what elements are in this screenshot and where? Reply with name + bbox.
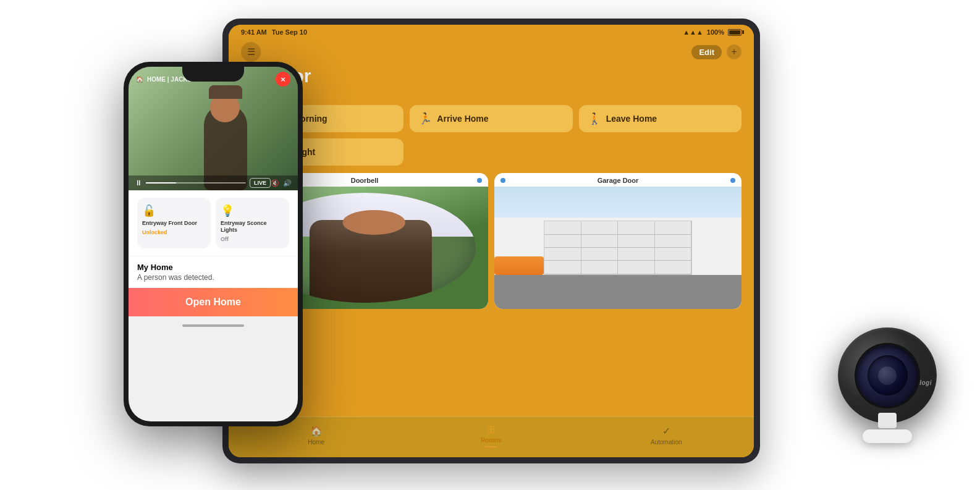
scene-leave-home[interactable]: 🚶 Leave Home [579, 105, 741, 132]
tablet-statusbar: 9:41 AM Tue Sep 10 ▲▲▲ 100% [229, 25, 754, 40]
audio-controls: 🔇 🔊 [271, 179, 292, 187]
add-button[interactable]: + [727, 44, 741, 59]
automation-tab-label: Automation [651, 439, 682, 446]
menu-button[interactable]: ☰ [241, 42, 261, 62]
video-progress-bar[interactable] [146, 182, 246, 184]
action-cards-row: 🔓 Entryway Front Door Unlocked 💡 Entrywa… [129, 190, 298, 256]
garage-cell [655, 235, 692, 247]
hamburger-icon: ☰ [247, 46, 255, 57]
battery-fill [729, 30, 740, 35]
garage-cell [581, 235, 619, 247]
cameras-row: Doorbell [229, 173, 754, 309]
garage-cell [618, 221, 655, 234]
home-bar [182, 324, 244, 327]
phone-frame: 🏠 HOME | JACKSON ST × ⏸ LIVE 🔇 [124, 62, 303, 426]
garage-background [494, 187, 741, 309]
garage-sky [494, 187, 741, 218]
home-icon-phone: 🏠 [136, 76, 143, 83]
tablet-spacer [229, 309, 754, 416]
tablet-screen: 9:41 AM Tue Sep 10 ▲▲▲ 100% ☰ Edit [229, 25, 754, 457]
front-door-label: Entryway Front Door [142, 220, 206, 227]
garage-cell [655, 261, 692, 273]
garage-panel-1 [544, 221, 691, 234]
home-tab-icon: 🏠 [310, 425, 323, 437]
close-button[interactable]: × [276, 72, 290, 87]
battery-icon [728, 29, 741, 36]
garage-cell [581, 248, 619, 260]
battery-percent: 100% [707, 28, 724, 36]
tablet-frame: 9:41 AM Tue Sep 10 ▲▲▲ 100% ☰ Edit [222, 19, 760, 463]
automation-tab-icon: ✓ [662, 425, 670, 437]
statusbar-right: ▲▲▲ 100% [683, 28, 741, 36]
camera-neck [878, 413, 897, 428]
garage-flowers [494, 256, 544, 275]
garage-cell [581, 221, 619, 234]
live-badge: LIVE [250, 178, 271, 188]
garage-cell [655, 221, 692, 234]
mute-icon[interactable]: 🔇 [271, 179, 279, 187]
rooms-tab-icon: ⊞ [487, 423, 495, 435]
garage-panel-4 [544, 261, 691, 274]
camera-base [863, 413, 912, 441]
leave-home-icon: 🚶 [588, 112, 601, 125]
active-tab-indicator [485, 446, 497, 447]
home-indicator [129, 316, 298, 335]
time-display: 9:41 AM [241, 28, 267, 36]
tab-rooms[interactable]: ⊞ Rooms [403, 423, 578, 447]
camera-lens-inner [868, 355, 908, 395]
scene-arrive-home[interactable]: 🏃 Arrive Home [410, 105, 572, 132]
notification-title: My Home [137, 263, 289, 272]
arrive-home-icon: 🏃 [418, 112, 432, 125]
camera-lens-outer [856, 345, 918, 407]
garage-cell [544, 261, 581, 273]
garage-cell [618, 248, 655, 260]
lock-icon: 🔓 [142, 204, 206, 218]
doorbell-camera-name: Doorbell [351, 177, 379, 184]
lights-label: Entryway Sconce Lights [221, 220, 284, 234]
header-actions: Edit + [691, 44, 741, 59]
scenes-grid-row1: 🌅 Good Morning 🏃 Arrive Home 🚶 Leave Hom… [241, 105, 741, 132]
garage-camera-image[interactable] [494, 187, 741, 309]
doorbell-indicator-right [477, 178, 482, 183]
edit-button[interactable]: Edit [691, 45, 722, 59]
video-controls-bar: ⏸ LIVE 🔇 🔊 [129, 175, 298, 190]
garage-cell [544, 235, 581, 247]
notification-body: A person was detected. [137, 273, 289, 282]
garage-ground [494, 275, 741, 309]
tablet-header: ☰ Edit + [229, 40, 754, 65]
logi-brand-text: logi [919, 379, 932, 386]
garage-cell [618, 261, 655, 273]
bottom-tab-bar: 🏠 Home ⊞ Rooms ✓ Automation [229, 416, 754, 457]
scenes-grid-row2: 🌙 Good Night [241, 138, 741, 166]
phone: 🏠 HOME | JACKSON ST × ⏸ LIVE 🔇 [124, 62, 303, 426]
open-home-button[interactable]: Open Home [129, 288, 298, 316]
garage-panel-2 [544, 235, 691, 248]
garage-cell [544, 248, 581, 260]
tablet: 9:41 AM Tue Sep 10 ▲▲▲ 100% ☰ Edit [222, 19, 760, 463]
garage-cell [544, 221, 581, 234]
speaker-icon[interactable]: 🔊 [283, 179, 292, 187]
pause-button[interactable]: ⏸ [135, 179, 142, 187]
page-title: Exterior [241, 65, 741, 87]
camera-body: logi [838, 327, 937, 423]
garage-indicator-right [730, 178, 735, 183]
garage-camera-card: Garage Door [494, 173, 741, 309]
front-door-status: Unlocked [142, 229, 206, 235]
lights-card[interactable]: 💡 Entryway Sconce Lights Off [216, 198, 289, 248]
front-door-card[interactable]: 🔓 Entryway Front Door Unlocked [137, 198, 211, 248]
person-head [343, 210, 405, 234]
camera-foot [863, 429, 912, 443]
garage-panel-3 [544, 248, 691, 261]
notification-area: My Home A person was detected. [129, 256, 298, 288]
date-display: Tue Sep 10 [272, 28, 307, 36]
close-icon: × [281, 75, 285, 84]
statusbar-left: 9:41 AM Tue Sep 10 [241, 28, 307, 36]
phone-screen: 🏠 HOME | JACKSON ST × ⏸ LIVE 🔇 [129, 67, 298, 421]
logi-camera-device: logi [819, 305, 955, 453]
plus-icon: + [731, 46, 737, 57]
tab-automation[interactable]: ✓ Automation [579, 425, 754, 446]
garage-cell [655, 248, 692, 260]
camera-lens-core [878, 366, 897, 385]
garage-camera-header: Garage Door [494, 173, 741, 187]
tab-home[interactable]: 🏠 Home [229, 425, 403, 446]
